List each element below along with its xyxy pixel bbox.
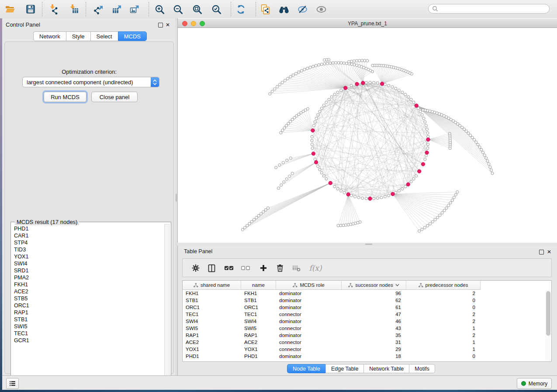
clone-network-icon[interactable] [259, 3, 272, 15]
close-panel-button[interactable]: Close panel [91, 92, 138, 102]
mcds-result-item[interactable]: STP4 [14, 239, 171, 246]
show-columns-icon[interactable] [205, 262, 218, 274]
mcds-result-item[interactable]: FKH1 [14, 281, 171, 288]
close-panel-icon[interactable]: ✕ [547, 249, 551, 254]
float-window-icon[interactable] [539, 250, 544, 254]
sort-chevron-icon[interactable] [395, 284, 399, 286]
table-row[interactable]: ACE2ACE2connector311 [183, 339, 545, 346]
table-row[interactable]: STB1STB1dominator620 [183, 297, 545, 304]
tab-style[interactable]: Style [66, 31, 90, 41]
delete-column-trash-icon[interactable] [274, 262, 286, 274]
horizontal-splitter[interactable] [177, 243, 557, 246]
mcds-result-item[interactable]: RAP1 [14, 309, 171, 316]
tab-network[interactable]: Network [33, 31, 66, 41]
memory-button[interactable]: Memory [517, 378, 552, 389]
cell-role: dominator [276, 297, 342, 304]
cell-predecessors: 2 [406, 311, 481, 318]
table-row[interactable]: TEC1TEC1connector472 [183, 311, 545, 318]
mcds-result-item[interactable]: STB1 [14, 316, 171, 323]
tab-network-table[interactable]: Network Table [363, 364, 409, 373]
export-image-icon[interactable] [128, 3, 141, 15]
mcds-result-item[interactable]: SWI5 [14, 323, 171, 330]
table-row[interactable]: PHD1PHD1dominator180 [183, 353, 545, 360]
table-body[interactable]: FKH1FKH1dominator962STB1STB1dominator620… [183, 290, 545, 360]
delete-table-icon-disabled[interactable] [290, 262, 302, 274]
open-file-icon[interactable] [3, 3, 17, 15]
table-row[interactable]: SWI4SWI4dominator462 [183, 318, 545, 325]
function-builder-icon-disabled[interactable]: f(x) [307, 262, 324, 274]
create-column-icon[interactable] [257, 262, 270, 274]
select-all-rows-icon[interactable] [223, 262, 235, 274]
task-history-button[interactable] [6, 378, 19, 389]
cell-name: SWI4 [241, 318, 276, 325]
tab-select[interactable]: Select [90, 31, 118, 41]
mcds-result-item[interactable]: SWI4 [14, 260, 171, 267]
save-session-icon[interactable] [24, 3, 37, 15]
import-network-icon[interactable] [48, 3, 61, 15]
cell-predecessors: 0 [406, 297, 481, 304]
zoom-fit-icon[interactable] [190, 3, 204, 15]
mcds-result-item[interactable]: TEC1 [14, 330, 171, 337]
table-scrollbar-thumb[interactable] [546, 291, 550, 336]
table-row[interactable]: ORC1ORC1dominator610 [183, 304, 545, 311]
table-row[interactable]: FKH1FKH1dominator962 [183, 290, 545, 297]
mcds-tab-content: Optimization criterion: largest connecte… [4, 41, 174, 374]
show-all-icon[interactable] [315, 3, 328, 15]
search-icon [432, 6, 438, 12]
mcds-result-item[interactable]: TID3 [14, 246, 171, 253]
mcds-result-item[interactable]: PMA2 [14, 274, 171, 281]
table-row[interactable]: YOX1YOX1connector291 [183, 346, 545, 353]
network-window-title: YPA_prune.txt_1 [178, 21, 557, 27]
mcds-result-item[interactable]: GCR1 [14, 337, 171, 344]
import-table-icon[interactable] [68, 3, 81, 15]
table-row[interactable]: SWI5SWI5connector431 [183, 325, 545, 332]
run-mcds-button[interactable]: Run MCDS [44, 92, 86, 102]
cell-predecessors: 2 [406, 290, 481, 297]
zoom-selected-icon[interactable] [210, 3, 223, 15]
criterion-dropdown[interactable]: largest connected component (undirected) [22, 77, 159, 87]
table-row[interactable]: RAP1RAP1dominator352 [183, 332, 545, 339]
zoom-in-icon[interactable] [153, 3, 166, 15]
mcds-result-item[interactable]: ACE2 [14, 288, 171, 295]
mcds-result-item[interactable]: STB5 [14, 295, 171, 302]
column-header-shared-name[interactable]: shared name [183, 281, 241, 289]
table-panel-tabs: Node Table Edge Table Network Table Moti… [287, 364, 435, 373]
tab-motifs[interactable]: Motifs [409, 364, 435, 373]
cell-shared_name: PHD1 [183, 353, 241, 360]
mcds-result-item[interactable]: CAR1 [14, 232, 171, 239]
tab-edge-table[interactable]: Edge Table [325, 364, 363, 373]
search-network-icon[interactable] [277, 3, 291, 15]
cell-role: dominator [276, 290, 342, 297]
network-canvas[interactable] [178, 28, 557, 243]
zoom-out-icon[interactable] [171, 3, 184, 15]
mcds-result-item[interactable]: PHD1 [14, 225, 171, 232]
float-window-icon[interactable] [158, 23, 163, 28]
cell-predecessors: 1 [406, 346, 481, 353]
network-graph [178, 28, 557, 243]
hide-selected-icon[interactable] [296, 3, 309, 15]
deselect-all-rows-icon[interactable] [239, 262, 252, 274]
mcds-result-item[interactable]: ORC1 [14, 302, 171, 309]
column-header-MCDS-role[interactable]: MCDS role [276, 281, 342, 289]
close-panel-icon[interactable]: ✕ [166, 22, 170, 28]
mcds-result-item[interactable]: SRD1 [14, 267, 171, 274]
mcds-result-item[interactable]: YOX1 [14, 253, 171, 260]
column-header-name[interactable]: name [241, 281, 276, 289]
export-network-icon[interactable] [92, 3, 105, 15]
search-input[interactable] [428, 4, 550, 14]
tab-node-table[interactable]: Node Table [287, 364, 325, 373]
mcds-result-list[interactable]: PHD1CAR1STP4TID3YOX1SWI4SRD1PMA2FKH1ACE2… [11, 222, 171, 379]
column-header-predecessor-nodes[interactable]: predecessor nodes [406, 281, 481, 289]
column-header-successor-nodes[interactable]: successor nodes [342, 281, 406, 289]
export-table-icon[interactable] [111, 3, 124, 15]
cell-role: connector [276, 311, 342, 318]
mcds-list-scrollbar[interactable] [164, 224, 170, 381]
apply-layout-icon[interactable] [234, 3, 247, 15]
network-window-titlebar[interactable]: YPA_prune.txt_1 [178, 19, 557, 28]
cell-name: RAP1 [241, 332, 276, 339]
hierarchy-icon [348, 283, 353, 288]
table-scrollbar[interactable] [545, 290, 551, 361]
table-settings-gear-icon[interactable] [190, 262, 202, 274]
tab-mcds[interactable]: MCDS [118, 31, 147, 41]
cell-predecessors: 1 [406, 339, 481, 346]
